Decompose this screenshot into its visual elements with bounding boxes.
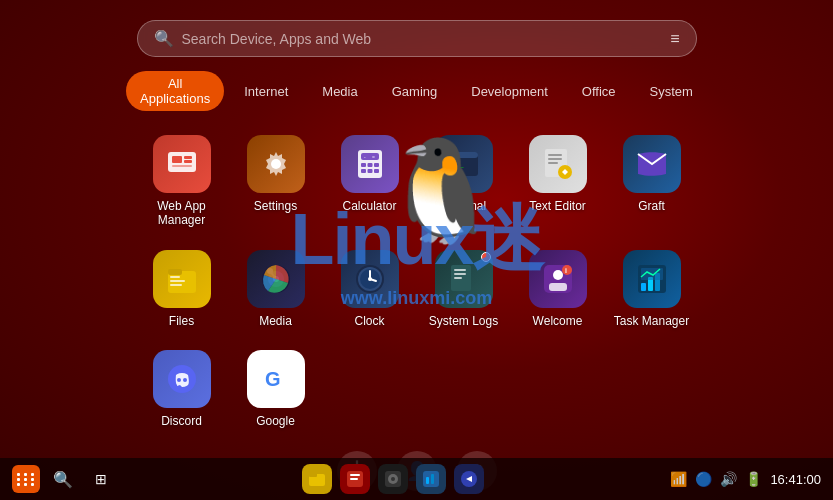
svg-rect-42 xyxy=(454,277,462,279)
app-grid: Web AppManager Settings xyxy=(137,129,697,435)
graft-label: Graft xyxy=(638,199,665,213)
svg-point-55 xyxy=(183,378,187,382)
graft-icon xyxy=(623,135,681,193)
settings-label: Settings xyxy=(254,199,297,213)
taskbar-search-icon[interactable]: 🔍 xyxy=(48,464,78,494)
battery-icon: 🔋 xyxy=(745,471,762,487)
search-bar: 🔍 ≡ xyxy=(137,20,697,57)
clock-icon xyxy=(341,250,399,308)
svg-rect-12 xyxy=(367,169,372,173)
taskbar-app4-icon[interactable] xyxy=(416,464,446,494)
svg-rect-28 xyxy=(170,284,182,286)
app-settings[interactable]: Settings xyxy=(231,129,321,234)
svg-rect-26 xyxy=(170,276,180,278)
svg-rect-62 xyxy=(350,478,358,480)
app-web-app-manager[interactable]: Web AppManager xyxy=(137,129,227,234)
search-input[interactable] xyxy=(182,31,671,47)
app-calculator[interactable]: - = Calculator xyxy=(325,129,415,234)
apps-grid-button[interactable] xyxy=(12,465,40,493)
calculator-icon: - = xyxy=(341,135,399,193)
svg-rect-27 xyxy=(170,280,185,282)
tab-office[interactable]: Office xyxy=(568,79,630,104)
svg-point-65 xyxy=(391,477,395,481)
svg-rect-59 xyxy=(309,473,317,477)
taskbar: 🔍 ⊞ xyxy=(0,458,833,500)
app-terminal[interactable]: $_ Terminal xyxy=(419,129,509,234)
calculator-label: Calculator xyxy=(342,199,396,213)
svg-rect-68 xyxy=(431,474,434,484)
svg-rect-25 xyxy=(168,269,182,275)
app-files[interactable]: Files xyxy=(137,244,227,334)
svg-rect-1 xyxy=(172,156,182,163)
web-app-manager-icon xyxy=(153,135,211,193)
tab-development[interactable]: Development xyxy=(457,79,562,104)
tab-internet[interactable]: Internet xyxy=(230,79,302,104)
google-label: Google xyxy=(256,414,295,428)
app-system-logs[interactable]: System Logs xyxy=(419,244,509,334)
svg-rect-40 xyxy=(454,269,466,271)
tab-system[interactable]: System xyxy=(636,79,707,104)
svg-rect-22 xyxy=(548,162,558,164)
svg-text:i: i xyxy=(565,267,567,274)
category-tabs: All Applications Internet Media Gaming D… xyxy=(137,71,697,111)
svg-rect-2 xyxy=(184,156,192,159)
svg-rect-11 xyxy=(361,169,366,173)
task-manager-label: Task Manager xyxy=(614,314,689,328)
tab-gaming[interactable]: Gaming xyxy=(378,79,452,104)
taskbar-app3-icon[interactable] xyxy=(378,464,408,494)
taskbar-left: 🔍 ⊞ xyxy=(12,464,116,494)
svg-point-44 xyxy=(553,270,563,280)
files-label: Files xyxy=(169,314,194,328)
svg-rect-21 xyxy=(548,158,562,160)
svg-rect-10 xyxy=(374,163,379,167)
files-icon xyxy=(153,250,211,308)
svg-text:$_: $_ xyxy=(454,159,464,168)
media-label: Media xyxy=(259,314,292,328)
task-manager-icon xyxy=(623,250,681,308)
taskbar-app2-icon[interactable] xyxy=(340,464,370,494)
text-editor-label: Text Editor xyxy=(529,199,586,213)
system-logs-label: System Logs xyxy=(429,314,498,328)
svg-text:=: = xyxy=(372,154,375,160)
google-icon: G xyxy=(247,350,305,408)
settings-icon xyxy=(247,135,305,193)
tab-all-applications[interactable]: All Applications xyxy=(126,71,224,111)
bluetooth-icon: 🔵 xyxy=(695,471,712,487)
search-menu-icon[interactable]: ≡ xyxy=(670,30,679,48)
system-time: 16:41:00 xyxy=(770,472,821,487)
svg-point-54 xyxy=(177,378,181,382)
taskbar-right: 📶 🔵 🔊 🔋 16:41:00 xyxy=(670,471,821,487)
volume-icon: 🔊 xyxy=(720,471,737,487)
tab-media[interactable]: Media xyxy=(308,79,371,104)
svg-rect-13 xyxy=(374,169,379,173)
svg-rect-4 xyxy=(172,165,192,167)
welcome-icon: i xyxy=(529,250,587,308)
svg-rect-45 xyxy=(549,283,567,291)
search-icon: 🔍 xyxy=(154,29,174,48)
svg-rect-20 xyxy=(548,154,562,156)
notification-dot xyxy=(481,252,491,262)
app-graft[interactable]: Graft xyxy=(607,129,697,234)
app-clock[interactable]: Clock xyxy=(325,244,415,334)
discord-icon xyxy=(153,350,211,408)
grid-icon xyxy=(17,473,36,486)
app-discord[interactable]: Discord xyxy=(137,344,227,434)
app-google[interactable]: G Google xyxy=(231,344,321,434)
app-task-manager[interactable]: Task Manager xyxy=(607,244,697,334)
svg-rect-41 xyxy=(454,273,466,275)
svg-rect-8 xyxy=(361,163,366,167)
app-launcher: 🔍 ≡ All Applications Internet Media Gami… xyxy=(137,20,697,491)
web-app-manager-label: Web AppManager xyxy=(157,199,205,228)
app-welcome[interactable]: i Welcome xyxy=(513,244,603,334)
app-text-editor[interactable]: Text Editor xyxy=(513,129,603,234)
discord-label: Discord xyxy=(161,414,202,428)
svg-rect-67 xyxy=(426,477,429,484)
terminal-icon: $_ xyxy=(435,135,493,193)
taskbar-files-icon[interactable] xyxy=(302,464,332,494)
text-editor-icon xyxy=(529,135,587,193)
svg-point-46 xyxy=(562,265,572,275)
taskbar-app5-icon[interactable] xyxy=(454,464,484,494)
app-media[interactable]: Media xyxy=(231,244,321,334)
system-logs-icon xyxy=(435,250,493,308)
taskbar-resize-icon[interactable]: ⊞ xyxy=(86,464,116,494)
